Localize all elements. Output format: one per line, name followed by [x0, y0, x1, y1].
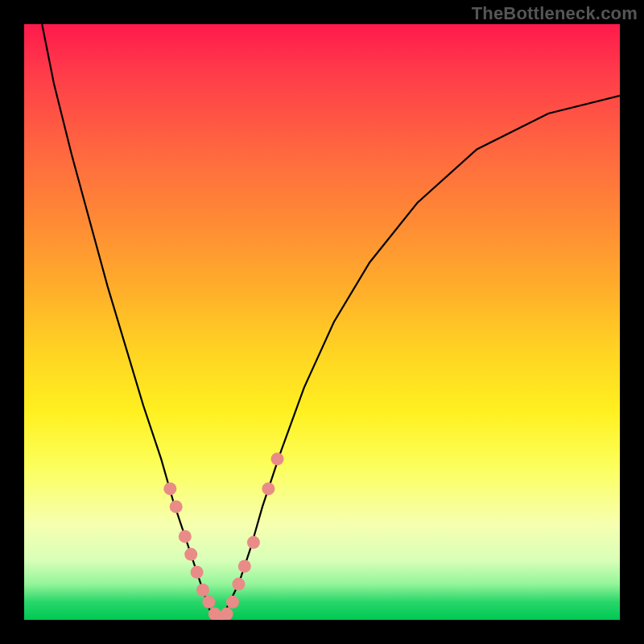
heat-gradient-background: [24, 24, 620, 620]
plot-area: [24, 24, 620, 620]
attribution-watermark: TheBottleneck.com: [472, 3, 638, 24]
chart-stage: TheBottleneck.com: [0, 0, 644, 644]
